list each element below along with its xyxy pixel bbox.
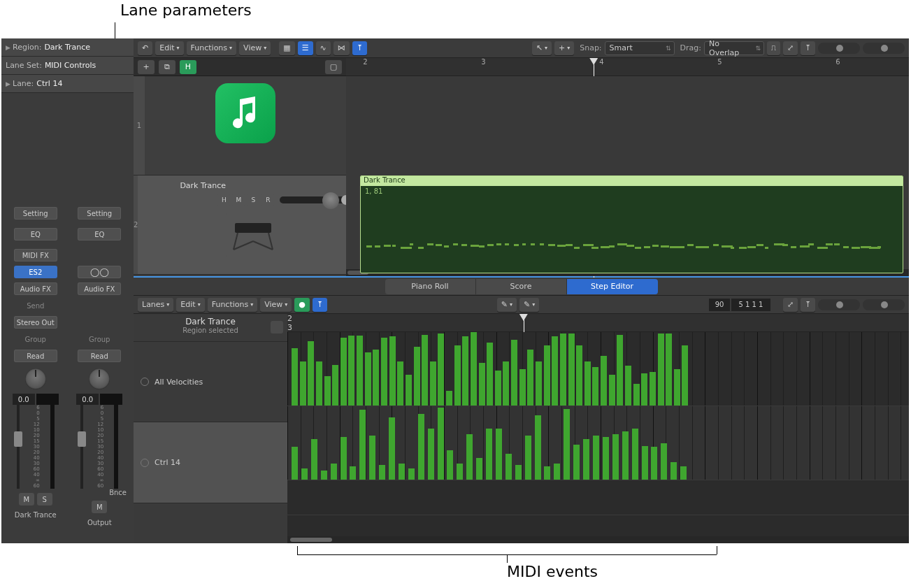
tab-piano-roll[interactable]: Piano Roll: [385, 279, 476, 294]
functions-menu[interactable]: Functions ▾: [208, 298, 258, 312]
send-slot[interactable]: Send: [14, 299, 57, 312]
midi-region[interactable]: Dark Trance 1, 81: [360, 175, 903, 273]
edit-menu[interactable]: Edit ▾: [155, 41, 183, 55]
lane-ctrl14[interactable]: [287, 406, 909, 480]
output-slot[interactable]: Stereo Out: [14, 316, 57, 329]
svg-rect-0: [235, 223, 271, 233]
inspector-laneset[interactable]: Lane Set: MIDI Controls: [1, 57, 134, 75]
view-menu[interactable]: View ▾: [260, 298, 292, 312]
back-button[interactable]: ↶: [138, 41, 152, 55]
list-view-icon[interactable]: ☰: [298, 41, 313, 55]
inspector-lane[interactable]: ▶ Lane: Ctrl 14: [1, 75, 134, 93]
vertical-zoom-slider[interactable]: [818, 43, 860, 54]
setting-slot[interactable]: Setting: [14, 207, 57, 220]
snap-select[interactable]: Smart: [605, 41, 675, 55]
pan-knob[interactable]: [322, 192, 339, 209]
disclosure-right-icon: ▶: [6, 44, 13, 51]
duplicate-track-icon[interactable]: ⧉: [159, 60, 175, 74]
bounce-button[interactable]: Bnce: [109, 489, 127, 496]
fader[interactable]: 60512102015302040306040∞60: [14, 405, 57, 489]
add-track-icon[interactable]: +: [138, 60, 155, 74]
editor-toolbar: Lanes ▾ Edit ▾ Functions ▾ View ▾ ● ⤒ ✎ …: [134, 296, 909, 314]
track-header-1[interactable]: 1: [134, 76, 346, 175]
zoom-fit-icon[interactable]: ⤢: [783, 41, 798, 55]
lane-velocities[interactable]: [287, 332, 909, 406]
lane-radio-icon: [141, 459, 149, 467]
pan-value: 0.0: [13, 394, 35, 405]
instrument-slot[interactable]: ES2: [14, 266, 57, 278]
catch-playhead-icon[interactable]: ▢: [325, 60, 342, 74]
solo-button[interactable]: S: [247, 194, 259, 206]
tab-score[interactable]: Score: [476, 279, 567, 294]
eq-slot[interactable]: EQ: [78, 228, 121, 241]
pointer-tool-icon[interactable]: ✎ ▾: [519, 298, 539, 312]
functions-menu[interactable]: Functions ▾: [187, 41, 237, 55]
level-meter: [114, 405, 118, 489]
editor-scrollbar[interactable]: [287, 536, 909, 543]
lane-header-velocities[interactable]: All Velocities: [134, 342, 287, 422]
instrument-keyboard-icon: [226, 213, 280, 257]
catch-icon[interactable]: ⤒: [352, 41, 367, 55]
marquee-tool-icon[interactable]: + ▾: [554, 41, 574, 55]
midi-in-icon[interactable]: ●: [294, 298, 310, 312]
pointer-tool-icon[interactable]: ↖ ▾: [532, 41, 552, 55]
audiofx-slot[interactable]: Audio FX: [14, 282, 57, 295]
stereo-mode[interactable]: ◯◯: [78, 266, 121, 278]
track-header-2[interactable]: 2 Dark Trance H M S R: [134, 175, 346, 275]
horizontal-zoom-slider[interactable]: [863, 299, 905, 310]
midifx-slot[interactable]: MIDI FX: [14, 249, 57, 261]
waveform-zoom-icon[interactable]: ⎍: [767, 41, 780, 55]
timeline-ruler[interactable]: 23456: [346, 58, 909, 76]
automation-slot[interactable]: Read: [78, 350, 121, 362]
edit-menu[interactable]: Edit ▾: [176, 298, 204, 312]
hide-button[interactable]: H: [217, 194, 230, 206]
track-header-button[interactable]: H: [180, 60, 196, 74]
snap-label: Snap:: [580, 43, 601, 52]
eq-slot[interactable]: EQ: [14, 228, 57, 241]
level-meter: [50, 405, 55, 489]
audiofx-slot[interactable]: Audio FX: [78, 282, 121, 295]
pencil-tool-icon[interactable]: ✎ ▾: [497, 298, 517, 312]
main-area: ↶ Edit ▾ Functions ▾ View ▾ ▦ ☰ ∿ ⋈ ⤒ ↖ …: [134, 38, 909, 543]
track-subbar: + ⧉ H ▢: [134, 58, 346, 76]
record-button[interactable]: R: [261, 194, 274, 206]
group-slot[interactable]: Group: [78, 333, 121, 345]
inspector-region[interactable]: ▶ Region: Dark Trance: [1, 38, 134, 57]
automation-icon[interactable]: ∿: [316, 41, 331, 55]
callout-lane-parameters: Lane parameters: [120, 1, 252, 19]
mute-button[interactable]: M: [92, 501, 107, 513]
arrangement[interactable]: Dark Trance 1, 81: [346, 76, 909, 276]
group-slot[interactable]: Group: [14, 333, 57, 345]
music-note-icon: [215, 83, 275, 143]
horizontal-zoom-slider[interactable]: [863, 43, 905, 54]
zoom-fit-icon[interactable]: ⤢: [783, 298, 798, 312]
view-menu[interactable]: View ▾: [239, 41, 271, 55]
flex-icon[interactable]: ⋈: [333, 41, 350, 55]
catch-button[interactable]: [271, 321, 283, 334]
tab-step-editor[interactable]: Step Editor: [567, 279, 658, 294]
editor-grid[interactable]: 234567: [287, 314, 909, 543]
peak-value: [36, 394, 59, 405]
region-minimap: [361, 241, 903, 253]
mute-button[interactable]: M: [19, 493, 34, 505]
automation-slot[interactable]: Read: [14, 350, 57, 362]
drag-select[interactable]: No Overlap: [704, 41, 764, 55]
vertical-zoom-slider[interactable]: [818, 299, 860, 310]
step-editor: Piano RollScoreStep Editor Lanes ▾ Edit …: [134, 276, 909, 543]
track-name: Dark Trance: [180, 181, 226, 190]
channel-strip-track: Setting EQ MIDI FX ES2 Audio FX Send Ste…: [7, 100, 64, 543]
pan-value: 0.0: [76, 394, 99, 405]
balance-knob[interactable]: [89, 368, 110, 389]
editor-ruler[interactable]: 234567: [287, 314, 909, 332]
fader[interactable]: 60512102015302040306040∞60: [78, 405, 121, 489]
catch-icon[interactable]: ⤒: [313, 298, 327, 312]
solo-button[interactable]: S: [37, 493, 52, 505]
lanes-menu[interactable]: Lanes ▾: [138, 298, 173, 312]
zoom-vertical-icon[interactable]: ⤒: [801, 298, 815, 312]
zoom-vertical-icon[interactable]: ⤒: [801, 41, 815, 55]
setting-slot[interactable]: Setting: [78, 207, 121, 220]
grid-view-icon[interactable]: ▦: [279, 41, 294, 55]
pan-knob[interactable]: [25, 368, 46, 389]
mute-button[interactable]: M: [232, 194, 245, 206]
lane-header-ctrl14[interactable]: Ctrl 14: [134, 422, 287, 503]
